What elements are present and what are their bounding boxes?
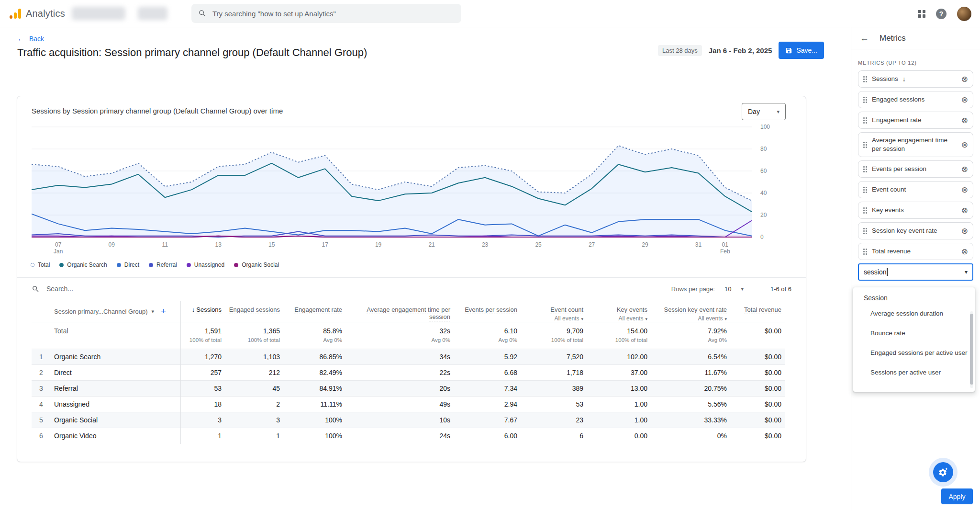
drag-handle-icon[interactable] [863,96,868,103]
svg-text:80: 80 [760,146,767,152]
table-row[interactable]: 4Unassigned18211.11%49s2.94531.005.56%$0… [32,397,785,412]
drag-handle-icon[interactable] [863,166,868,172]
dropdown-option[interactable]: Bounce rate [853,323,975,343]
table-cell: 6.68 [454,365,521,381]
totals-value: 6.10 [454,327,517,335]
apply-button[interactable]: Apply [941,488,973,504]
column-header[interactable]: Engagement rate [284,301,346,322]
drag-handle-icon[interactable] [863,76,868,82]
legend-label: Organic Search [67,261,107,268]
metric-chip[interactable]: Key events⊗ [858,202,973,219]
table-row[interactable]: 1Organic Search1,2701,10386.85%34s5.927,… [32,349,785,365]
metric-chip[interactable]: Average engagement time per session⊗ [858,132,973,157]
channel-name-link[interactable]: Referral [48,381,180,397]
column-filter-select[interactable]: All events▾ [653,315,727,322]
legend-item[interactable]: Direct [117,261,139,268]
remove-metric-icon[interactable]: ⊗ [961,141,968,149]
save-button[interactable]: Save... [779,42,824,59]
remove-metric-icon[interactable]: ⊗ [961,248,968,256]
drag-handle-icon[interactable] [863,207,868,214]
add-dimension-button[interactable]: + [161,306,166,317]
panel-back-arrow-icon[interactable]: ← [860,33,869,44]
table-cell: 5.92 [454,349,521,365]
column-header[interactable]: Events per session [454,301,521,322]
remove-metric-icon[interactable]: ⊗ [961,186,968,194]
metric-chip[interactable]: Engagement rate⊗ [858,112,973,129]
column-header[interactable]: Key eventsAll events▾ [587,301,651,322]
metric-chip[interactable]: Sessions↓⊗ [858,70,973,88]
chevron-down-icon[interactable]: ▾ [152,308,155,315]
avatar[interactable] [957,7,971,21]
legend-item[interactable]: Total [31,261,50,268]
granularity-select[interactable]: Day ▾ [742,103,786,120]
column-header[interactable]: Event countAll events▾ [521,301,587,322]
table-cell: 6.00 [454,428,521,444]
remove-metric-icon[interactable]: ⊗ [961,227,968,235]
remove-metric-icon[interactable]: ⊗ [961,165,968,173]
metric-chip[interactable]: Total revenue⊗ [858,243,973,260]
metric-chip[interactable]: Event count⊗ [858,181,973,198]
channel-name-link[interactable]: Direct [48,365,180,381]
channel-name-link[interactable]: Unassigned [48,397,180,412]
legend-item[interactable]: Unassigned [187,261,224,268]
rows-per-page-select[interactable]: 10 [724,285,731,293]
table-row[interactable]: 6Organic Video11100%24s6.0060.000%$0.00 [32,428,785,444]
global-search-input[interactable]: Try searching "how to set up Analytics" [191,4,461,23]
table-row[interactable]: 5Organic Social33100%10s7.67231.0033.33%… [32,412,785,428]
drag-handle-icon[interactable] [863,186,868,193]
drag-handle-icon[interactable] [863,248,868,255]
table-row[interactable]: 3Referral534584.91%20s7.3438913.0020.75%… [32,381,785,397]
chevron-down-icon[interactable]: ▾ [965,269,968,275]
legend-item[interactable]: Referral [149,261,177,268]
dimension-header-inner: Session primary...Channel Group)▾+ [54,306,180,317]
drag-handle-icon[interactable] [863,227,868,234]
remove-metric-icon[interactable]: ⊗ [961,206,968,215]
table-cell: 37.00 [587,365,651,381]
row-number: 3 [32,381,48,397]
column-header[interactable]: Engaged sessions [225,301,284,322]
date-range-picker[interactable]: Jan 6 - Feb 2, 2025 [709,46,772,55]
remove-metric-icon[interactable]: ⊗ [961,96,968,104]
remove-metric-icon[interactable]: ⊗ [961,75,968,83]
channel-name-link[interactable]: Organic Search [48,349,180,365]
totals-cell: 1,591100% of total [180,322,225,349]
dropdown-option[interactable]: Sessions per active user [853,363,975,382]
column-header[interactable]: Total revenue [731,301,785,322]
drag-handle-icon[interactable] [863,117,868,124]
chevron-down-icon[interactable]: ▾ [741,286,744,292]
dropdown-scrollbar-thumb[interactable] [970,314,973,385]
apps-grid-icon[interactable] [918,10,925,18]
insights-fab-button[interactable] [933,462,953,482]
remove-metric-icon[interactable]: ⊗ [961,116,968,125]
dimension-column-header[interactable]: Session primary...Channel Group)▾+ [32,301,180,322]
table-row[interactable]: 2Direct25721282.49%22s6.681,71837.0011.6… [32,365,785,381]
column-filter-select[interactable]: All events▾ [523,315,583,322]
help-icon[interactable]: ? [936,9,947,19]
metrics-section-label: METRICS (UP TO 12) [858,60,980,66]
dropdown-option[interactable]: Engaged sessions per active user [853,343,975,363]
back-button[interactable]: ← Back [17,34,44,43]
metric-chip[interactable]: Session key event rate⊗ [858,222,973,239]
column-header[interactable]: ↓Sessions [180,301,225,322]
metric-chip[interactable]: Engaged sessions⊗ [858,91,973,108]
totals-subtext: Avg 0% [346,337,450,343]
metric-search-input[interactable]: session ▾ [858,263,973,281]
table-cell: 100% [284,412,346,428]
drag-handle-icon[interactable] [863,141,868,148]
table-cell: 102.00 [587,349,651,365]
search-icon [32,285,40,293]
channel-name-link[interactable]: Organic Video [48,428,180,444]
channel-name-link[interactable]: Organic Social [48,412,180,428]
legend-item[interactable]: Organic Social [234,261,279,268]
totals-cell: 7.92%Avg 0% [651,322,731,349]
legend-item[interactable]: Organic Search [59,261,107,268]
row-number: 1 [32,349,48,365]
metric-chip-label: Engagement rate [872,116,957,125]
column-filter-select[interactable]: All events▾ [589,315,647,322]
column-header[interactable]: Session key event rateAll events▾ [651,301,731,322]
table-search-input[interactable]: Search... [32,285,671,293]
legend-label: Unassigned [194,261,224,268]
dropdown-option[interactable]: Average session duration [853,304,975,323]
metric-chip[interactable]: Events per session⊗ [858,160,973,178]
column-header[interactable]: Average engagement time per session [346,301,454,322]
